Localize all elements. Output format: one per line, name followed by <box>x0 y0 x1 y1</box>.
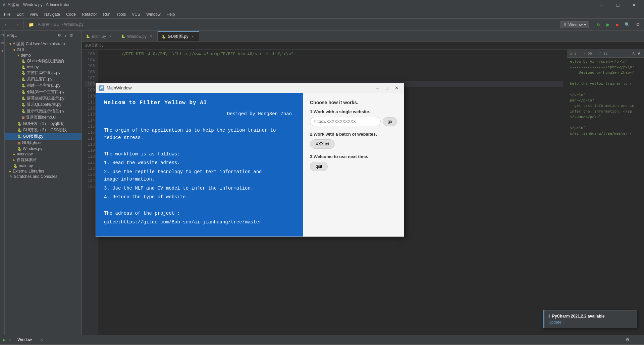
menu-window[interactable]: Window <box>144 11 163 17</box>
tab-gui-page[interactable]: 🐍 GUI页面.py ✕ <box>158 31 199 41</box>
right-panel-expand-btn[interactable]: ∧ <box>631 50 636 57</box>
left-icon-fav[interactable]: ★ <box>0 48 4 54</box>
floating-close-btn[interactable]: ✕ <box>392 84 401 92</box>
bottom-settings-btn[interactable]: ⚙ <box>624 336 632 344</box>
project-header-label: Proj... <box>7 33 17 38</box>
menu-tools[interactable]: Tools <box>114 11 128 17</box>
menu-edit[interactable]: Edit <box>14 11 26 17</box>
py-file-icon: 🐍 <box>21 59 25 63</box>
toolbar-refresh-btn[interactable]: ↻ <box>595 20 602 29</box>
float-address-value: gitee:https://gitee.com/Bob-sen/ai-jianh… <box>104 218 295 226</box>
menu-code[interactable]: Code <box>63 11 78 17</box>
ui-file-icon: ▦ <box>21 116 24 119</box>
tree-item-show-qlabel[interactable]: 🐍 显示QLabel标签.py <box>5 101 82 108</box>
menu-view[interactable]: View <box>27 11 41 17</box>
floating-minimize-btn[interactable]: ─ <box>373 84 382 92</box>
tree-item-screen-coords[interactable]: 🐍 屏幕坐标系统显示.py <box>5 95 82 101</box>
float-file-button[interactable]: XXX.txt <box>310 139 335 149</box>
toolbar-stop-btn[interactable]: ■ <box>614 20 621 29</box>
tree-label: demo <box>21 53 31 58</box>
toolbar-fwd-btn[interactable]: → <box>12 20 21 29</box>
update-link[interactable]: Update... <box>548 320 565 325</box>
tab-close-window[interactable]: ✕ <box>149 34 153 39</box>
tab-icon: 🐍 <box>162 35 166 39</box>
tree-item-scratches[interactable]: ✎ Scratches and Consoles <box>5 174 82 179</box>
py-file-icon: 🐍 <box>21 65 25 69</box>
tree-item-test[interactable]: 🐍 test.py <box>5 64 82 70</box>
tree-item-window-py[interactable]: 🐍 Window.py <box>5 146 82 151</box>
project-hide-btn[interactable]: – <box>75 32 79 39</box>
bottom-tab-window[interactable]: Window <box>14 337 35 343</box>
right-panel-collapse-btn[interactable]: ∨ <box>637 50 641 57</box>
left-icon-structure[interactable]: S <box>0 41 4 46</box>
float-url-input[interactable] <box>310 117 381 126</box>
tree-item-gui-dev1[interactable]: 🐍 GUI开发（1）: pyqt5初 <box>5 121 82 127</box>
toolbar-run-btn[interactable]: ▶ <box>604 20 612 29</box>
run-tab-icon: 🖥 <box>8 338 11 342</box>
tab-label: main.py <box>92 34 106 39</box>
tree-item-create-window[interactable]: 🐍 创建一个主窗口.py <box>5 82 82 89</box>
float-go-button[interactable]: go <box>383 117 397 126</box>
maximize-button[interactable]: □ <box>610 0 625 10</box>
menu-file[interactable]: File <box>1 11 13 17</box>
float-quit-button[interactable]: quit <box>310 162 328 171</box>
tree-item-external-libs[interactable]: ▸ External Libraries <box>5 168 82 174</box>
toolbar-project-btn[interactable]: 📁 <box>26 20 36 29</box>
tab-close-gui[interactable]: ✕ <box>190 34 195 39</box>
tree-item-show-tooltip[interactable]: 🐍 显示气泡提示信息.py <box>5 108 82 114</box>
toolbar-back-btn[interactable]: ← <box>2 20 10 29</box>
toolbar-search-btn[interactable]: 🔍 <box>623 20 632 29</box>
floating-maximize-btn[interactable]: □ <box>382 84 392 92</box>
tree-item-gui-folder[interactable]: ▾ GUI <box>5 47 82 53</box>
tree-item-demo[interactable]: ▾ demo <box>5 53 82 58</box>
py-file-icon: 🐍 <box>17 135 21 138</box>
bottom-hide-btn[interactable]: – <box>633 336 639 344</box>
tree-label: main.py <box>19 163 33 168</box>
tree-item-login-demo[interactable]: ▦ 登录页面demo.ui <box>5 114 82 121</box>
title-bar-right: ─ □ ✕ <box>594 0 641 10</box>
menu-navigate[interactable]: Navigate <box>42 11 63 17</box>
tree-label: QLabel标签快捷键的 <box>27 58 64 64</box>
tree-item-overview[interactable]: ▸ overview <box>5 151 82 157</box>
tree-item-close-window[interactable]: 🐍 关闭主窗口.py <box>5 76 82 82</box>
project-gear-btn[interactable]: ⚙ <box>57 32 62 39</box>
bottom-tab-close[interactable]: ✕ <box>37 337 47 343</box>
tab-label: GUI页面.py <box>168 34 188 40</box>
tree-label: 显示气泡提示信息.py <box>27 108 64 114</box>
tree-label: GUI开发（1）: pyqt5初 <box>23 121 64 127</box>
tree-item-gui-dev2[interactable]: 🐍 GUI开发（2）: CSS初找 <box>5 127 82 133</box>
tree-label: 创建一个主窗口.py <box>27 83 60 88</box>
tab-main-py[interactable]: 🐍 main.py ✕ <box>82 31 117 41</box>
py-file-icon: 🐍 <box>21 77 25 81</box>
tab-window-py[interactable]: 🐍 Window.py ✕ <box>117 31 158 41</box>
tree-item-media-assets[interactable]: ▸ 自媒体素材 <box>5 157 82 163</box>
tree-item-qlabel-shortcut[interactable]: 🐍 QLabel标签快捷键的 <box>5 58 82 64</box>
menu-vcs[interactable]: VCS <box>129 11 143 17</box>
notif-title: ℹ PyCharm 2021.2.2 available <box>548 314 633 319</box>
warnings-indicator: ⚠ 2 ✕ 66 ✓ 12 <box>570 51 608 56</box>
editor-tabs: 🐍 main.py ✕ 🐍 Window.py ✕ 🐍 GUI页面.py ✕ <box>82 31 644 42</box>
toolbar-settings-btn[interactable]: ⚙ <box>634 20 642 29</box>
minimize-button[interactable]: ─ <box>594 0 609 10</box>
folder-icon: ▾ <box>17 53 19 58</box>
tree-item-create-first-window[interactable]: 🐍 创建第一个主窗口.py <box>5 89 82 95</box>
tree-item-root[interactable]: ▾ AI鉴黄 C:\Users\Administrato <box>5 41 82 47</box>
menu-help[interactable]: Help <box>164 11 178 17</box>
close-button[interactable]: ✕ <box>627 0 641 10</box>
tree-label: Window.py <box>23 146 42 151</box>
tree-item-gui-page-py[interactable]: 🐍 GUI页面.py <box>5 133 82 140</box>
menu-run[interactable]: Run <box>100 11 113 17</box>
project-collapse-btn[interactable]: ◫ <box>69 32 74 39</box>
app-title: AI鉴黄 - Window.py - Administrator <box>8 2 70 8</box>
menu-refactor[interactable]: Refactor <box>79 11 100 17</box>
tree-item-main-window-center[interactable]: 🐍 主窗口局中显示.py <box>5 70 82 76</box>
tab-close-main[interactable]: ✕ <box>108 34 113 39</box>
float-workflow-title: The workflow is as follows: <box>104 143 295 158</box>
tree-item-main-py[interactable]: 🐍 main.py <box>5 163 82 168</box>
tree-item-gui-page-ui[interactable]: ▦ GUI页面.ui <box>5 140 82 146</box>
left-icon-project[interactable]: P <box>0 33 4 38</box>
project-sort-btn[interactable]: ↕ <box>63 32 67 39</box>
toolbar-branch[interactable]: 🖥 Window ▾ <box>560 21 589 28</box>
float-how-it-works-title: Choose how it works. <box>310 100 397 105</box>
tree-label: GUI页面.ui <box>22 140 41 146</box>
